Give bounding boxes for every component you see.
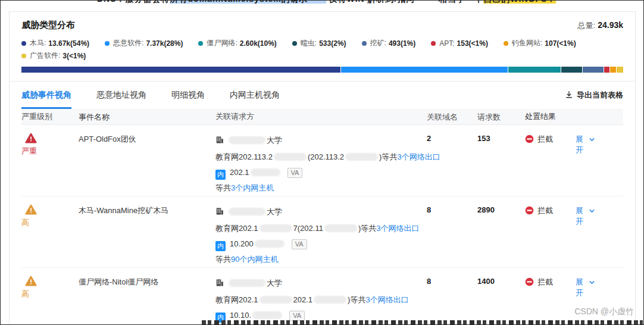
bar-segment-adware xyxy=(617,67,623,73)
table-row: 高 木马-WannaMine挖矿木马 大学 教育网202.17(202.11)等… xyxy=(21,196,623,268)
event-name: APT-OldFox团伙 xyxy=(79,133,215,196)
bar-segment-phishing xyxy=(610,67,617,73)
internal-ip: 202.1 xyxy=(230,168,249,177)
request-count: 153 xyxy=(477,133,525,196)
severity-label: 高 xyxy=(21,289,79,299)
action-cell: 拦截 xyxy=(525,133,576,196)
tab-malicious-addresses[interactable]: 恶意地址视角 xyxy=(96,82,146,109)
bar-segment-botnet xyxy=(508,67,561,73)
bar-segment-apt xyxy=(604,67,610,73)
expand-button[interactable]: 展开 xyxy=(576,277,586,298)
legend-item-adware[interactable]: 广告软件:3(<1%) xyxy=(21,51,86,61)
redacted-ip xyxy=(345,153,378,161)
panel-header: 威胁类型分布 总量:24.93k xyxy=(21,20,623,31)
redacted-ip xyxy=(314,296,346,304)
network-exits-link[interactable]: 3个网络出口 xyxy=(376,224,419,233)
warning-triangle-icon xyxy=(25,204,37,215)
legend-item-apt[interactable]: APT:153(<1%) xyxy=(431,38,488,48)
tab-intranet-hosts[interactable]: 内网主机视角 xyxy=(230,82,280,109)
requester-cell: 大学 教育网202.17(202.11)等共3个网络出口 内10.200VA 等… xyxy=(215,204,427,267)
redacted-ip xyxy=(255,240,285,248)
warning-triangle-icon xyxy=(25,133,37,143)
severity-cell: 高 xyxy=(21,276,79,325)
col-header-severity: 严重级别 xyxy=(21,111,79,122)
requester-cell: 大学 教育网202.1202.1)等共3个网络出口 内10.10.VA 等共22… xyxy=(215,276,427,325)
severity-label: 严重 xyxy=(21,146,79,157)
expand-cell: 展开 xyxy=(576,133,623,196)
clipped-text-line: DNS：服务器会将所有domainName.system的请求—— 仅将WIN … xyxy=(1,1,643,5)
redacted-org-name xyxy=(229,208,265,215)
chevron-down-icon[interactable] xyxy=(588,205,596,217)
redacted-ip xyxy=(260,224,292,232)
col-header-requester: 关联请求方 xyxy=(215,111,427,122)
legend-item-trojan[interactable]: 木马:13.67k(54%) xyxy=(21,38,89,48)
warning-triangle-icon xyxy=(25,276,37,286)
clipped-text-top: DNS：服务器会将所有domainName.system的请求—— 仅将WIN … xyxy=(1,1,643,6)
network-exits-link[interactable]: 3个网络出口 xyxy=(365,295,408,304)
action-label: 拦截 xyxy=(537,277,553,288)
redacted-org-name xyxy=(229,136,265,144)
panel-title: 威胁类型分布 xyxy=(21,20,75,31)
action-cell: 拦截 xyxy=(525,204,576,267)
va-tag: VA xyxy=(287,168,303,178)
legend-item-malware[interactable]: 恶意软件:7.37k(28%) xyxy=(105,38,183,48)
legend-dot-icon xyxy=(504,41,508,46)
bar-segment-mining xyxy=(583,67,604,73)
legend-item-worm[interactable]: 蠕虫:533(2%) xyxy=(292,38,346,48)
expand-button[interactable]: 展开 xyxy=(576,134,586,155)
internal-badge: 内 xyxy=(215,241,226,251)
block-icon xyxy=(525,135,534,145)
intranet-hosts-link[interactable]: 3个内网主机 xyxy=(231,183,274,192)
expand-cell: 展开 xyxy=(576,204,623,267)
action-cell: 拦截 xyxy=(525,276,576,325)
col-header-domains: 关联域名 xyxy=(427,111,477,123)
internal-ip: 10.10. xyxy=(230,311,251,320)
intranet-hosts-link[interactable]: 90个内网主机 xyxy=(231,255,278,264)
action-label: 拦截 xyxy=(537,134,553,145)
chevron-down-icon[interactable] xyxy=(588,277,596,288)
action-label: 拦截 xyxy=(537,205,553,216)
redacted-ip xyxy=(252,311,282,319)
redacted-org-name xyxy=(229,279,265,287)
block-icon xyxy=(525,206,534,217)
chevron-down-icon[interactable] xyxy=(588,134,596,145)
legend-dot-icon xyxy=(362,41,367,46)
total-count: 总量:24.93k xyxy=(578,20,623,31)
expand-button[interactable]: 展开 xyxy=(576,205,586,227)
clipped-text-bottom xyxy=(202,320,643,324)
legend-item-mining[interactable]: 挖矿:493(1%) xyxy=(362,38,416,48)
threat-distribution-panel: 威胁类型分布 总量:24.93k 木马:13.67k(54%) 恶意软件:7.3… xyxy=(9,11,636,325)
legend-dot-icon xyxy=(292,41,297,46)
va-tag: VA xyxy=(292,239,307,249)
legend-dot-icon xyxy=(21,54,26,58)
tab-details[interactable]: 明细视角 xyxy=(171,82,205,109)
chart-legend: 木马:13.67k(54%) 恶意软件:7.37k(28%) 僵尸网络:2.60… xyxy=(21,38,623,61)
related-domains-count: 8 xyxy=(427,276,477,325)
severity-cell: 高 xyxy=(21,204,79,267)
legend-dot-icon xyxy=(431,41,436,46)
table-header-row: 严重级别 事件名称 关联请求方 关联域名 请求数 处置结果 xyxy=(21,109,623,125)
legend-item-botnet[interactable]: 僵尸网络:2.60k(10%) xyxy=(198,38,276,48)
building-icon xyxy=(215,134,224,149)
screenshot-frame: DNS：服务器会将所有domainName.system的请求—— 仅将WIN … xyxy=(0,0,644,325)
requester-cell: 大学 教育网202.113.2(202.113.2)等共3个网络出口 内202.… xyxy=(215,133,427,196)
severity-cell: 严重 xyxy=(21,133,79,196)
request-count: 2890 xyxy=(477,204,525,267)
highlighted-text-yellow: 自己的WINGFS？ xyxy=(483,1,556,4)
tab-threat-events[interactable]: 威胁事件视角 xyxy=(21,82,71,109)
org-suffix: 大学 xyxy=(267,207,282,216)
org-suffix: 大学 xyxy=(267,136,282,145)
va-tag: VA xyxy=(289,311,305,321)
export-table-button[interactable]: 导出当前表格 xyxy=(565,90,623,101)
redacted-ip xyxy=(324,224,357,232)
bar-segment-malware xyxy=(341,67,508,73)
watermark: CSDN @小虚竹 xyxy=(574,307,634,317)
legend-dot-icon xyxy=(21,41,26,46)
related-domains-count: 8 xyxy=(427,204,477,267)
col-header-action: 处置结果 xyxy=(525,111,576,122)
clipped-text-dns: DNS xyxy=(97,1,117,4)
stacked-distribution-bar xyxy=(21,67,623,73)
legend-item-phishing[interactable]: 钓鱼网站:107(<1%) xyxy=(504,38,576,48)
legend-dot-icon xyxy=(105,41,110,46)
tabs-bar: 威胁事件视角 恶意地址视角 明细视角 内网主机视角 导出当前表格 xyxy=(21,82,623,109)
